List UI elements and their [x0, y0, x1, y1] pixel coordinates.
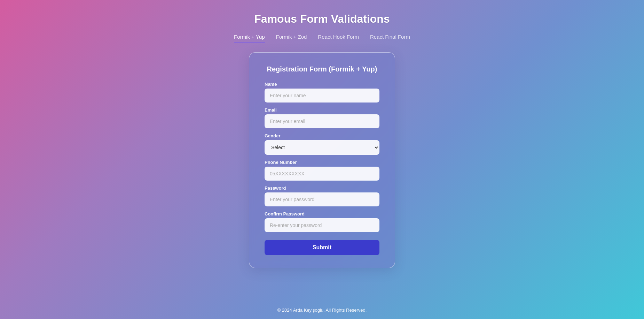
- confirm-password-input[interactable]: [265, 218, 379, 232]
- registration-form-card: Registration Form (Formik + Yup) Name Em…: [249, 52, 395, 268]
- email-field-group: Email: [265, 107, 379, 128]
- password-input[interactable]: [265, 192, 379, 206]
- phone-input[interactable]: [265, 167, 379, 181]
- tab-formik-yup[interactable]: Formik + Yup: [234, 34, 265, 43]
- gender-select[interactable]: Select Male Female Other: [265, 140, 379, 155]
- confirm-password-label: Confirm Password: [265, 211, 379, 217]
- tabs-nav: Formik + Yup Formik + Zod React Hook For…: [234, 34, 410, 43]
- name-field-group: Name: [265, 82, 379, 102]
- tab-react-final-form[interactable]: React Final Form: [370, 34, 410, 43]
- page-title: Famous Form Validations: [254, 13, 390, 25]
- password-label: Password: [265, 185, 379, 191]
- form-title: Registration Form (Formik + Yup): [265, 65, 379, 73]
- name-input[interactable]: [265, 89, 379, 102]
- confirm-password-field-group: Confirm Password: [265, 211, 379, 232]
- email-input[interactable]: [265, 114, 379, 128]
- phone-label: Phone Number: [265, 160, 379, 165]
- name-label: Name: [265, 82, 379, 87]
- phone-field-group: Phone Number: [265, 160, 379, 181]
- gender-field-group: Gender Select Male Female Other: [265, 133, 379, 155]
- registration-form: Name Email Gender Select Male Female Oth…: [265, 82, 379, 255]
- email-label: Email: [265, 107, 379, 113]
- submit-button[interactable]: Submit: [265, 240, 379, 255]
- footer-text: © 2024 Arda Keyişoğlu. All Rights Reserv…: [277, 307, 367, 313]
- password-field-group: Password: [265, 185, 379, 206]
- tab-react-hook-form[interactable]: React Hook Form: [318, 34, 359, 43]
- tab-formik-zod[interactable]: Formik + Zod: [276, 34, 307, 43]
- gender-label: Gender: [265, 133, 379, 138]
